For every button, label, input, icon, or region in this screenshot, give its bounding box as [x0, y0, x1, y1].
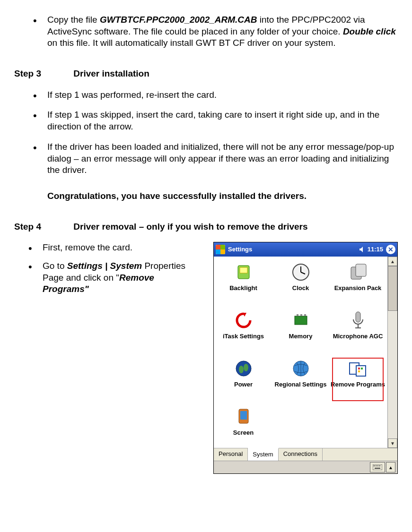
text: on this file. It will automatically inst… [47, 38, 336, 48]
step3-list: If step 1 was performed, re-insert the c… [14, 89, 398, 176]
microphone-icon [347, 309, 369, 331]
svg-rect-28 [373, 464, 382, 470]
settings-grid: Backlight Clock Expansion Pack [214, 257, 387, 448]
item-label: Memory [289, 333, 313, 340]
settings-item-microphone-agc[interactable]: Microphone AGC [330, 308, 386, 355]
scroll-thumb[interactable] [388, 266, 397, 311]
settings-item-remove-programs[interactable]: Remove Programs [330, 356, 386, 403]
svg-rect-34 [375, 468, 380, 469]
intro-list: Copy the file GWTBTCF.PPC2000_2002_ARM.C… [14, 14, 398, 49]
svg-marker-0 [359, 247, 363, 252]
svg-rect-12 [304, 314, 306, 316]
volume-indicator[interactable]: 11:15 [359, 246, 383, 254]
svg-rect-31 [376, 465, 377, 466]
power-icon [233, 358, 254, 379]
item-label: Microphone AGC [333, 333, 383, 340]
ppc-bottom-bar: ▲ [214, 461, 397, 473]
close-button[interactable]: ✕ [386, 245, 395, 254]
svg-rect-24 [361, 368, 363, 369]
svg-rect-25 [358, 370, 360, 372]
step4-bullet-1: First, remove the card. [28, 242, 199, 254]
svg-point-18 [239, 366, 244, 373]
svg-rect-11 [300, 314, 302, 316]
clock-icon [290, 261, 312, 283]
step4-bullet-2: Go to Settings | System Properties Page … [28, 260, 199, 295]
expansion-pack-icon [347, 261, 369, 283]
item-label: Expansion Pack [334, 285, 382, 292]
step3-bullet-2: If step 1 was skipped, insert the card, … [33, 109, 398, 132]
remove-programs-icon [347, 358, 369, 379]
ppc-title: Settings [228, 246, 359, 254]
svg-rect-7 [356, 264, 366, 276]
intro-bullet: Copy the file GWTBTCF.PPC2000_2002_ARM.C… [33, 14, 398, 49]
backlight-icon [233, 261, 254, 283]
step3-heading: Step 3 Driver installation [14, 68, 398, 80]
settings-item-power[interactable]: Power [216, 356, 271, 403]
speaker-icon [359, 246, 366, 253]
item-label: iTask Settings [223, 333, 264, 340]
settings-item-memory[interactable]: Memory [273, 308, 328, 355]
item-label: Screen [233, 429, 254, 437]
text: Copy the file [47, 15, 100, 25]
pocketpc-screenshot: Settings 11:15 ✕ Backlight [213, 242, 398, 474]
settings-item-screen[interactable]: Screen [216, 404, 271, 448]
svg-rect-10 [297, 314, 298, 316]
svg-rect-33 [379, 465, 380, 466]
memory-icon [290, 309, 312, 331]
windows-start-icon[interactable] [216, 245, 225, 254]
scroll-up-icon[interactable]: ▲ [388, 257, 397, 266]
settings-path: Settings | System [67, 261, 142, 271]
step-title: Driver removal – only if you wish to rem… [73, 222, 307, 232]
svg-rect-32 [377, 465, 378, 466]
item-label: Backlight [229, 285, 257, 292]
svg-rect-22 [356, 366, 366, 376]
settings-item-clock[interactable]: Clock [273, 259, 328, 307]
text: Go to [43, 261, 67, 271]
item-label: Regional Settings [275, 381, 327, 388]
globe-icon [290, 358, 312, 379]
svg-rect-2 [240, 267, 247, 273]
ppc-tabs: Personal System Connections [214, 448, 397, 461]
keyboard-icon[interactable] [370, 462, 385, 472]
settings-item-regional-settings[interactable]: Regional Settings [273, 356, 328, 403]
congrats-text: Congratulations, you have successfully i… [47, 190, 398, 202]
double-click: Double click [343, 26, 396, 36]
step-number: Step 4 [14, 221, 71, 233]
svg-rect-27 [240, 411, 247, 420]
tab-personal[interactable]: Personal [214, 448, 248, 461]
step3-bullet-3: If the driver has been loaded and initia… [33, 141, 398, 176]
step4-heading: Step 4 Driver removal – only if you wish… [14, 221, 398, 233]
svg-rect-23 [358, 368, 360, 369]
svg-rect-13 [356, 312, 360, 322]
clock-time: 11:15 [368, 246, 383, 254]
ppc-titlebar: Settings 11:15 ✕ [214, 242, 397, 257]
screen-icon [233, 406, 254, 428]
settings-item-backlight[interactable]: Backlight [216, 259, 271, 307]
tab-connections[interactable]: Connections [279, 448, 323, 461]
step-number: Step 3 [14, 68, 71, 80]
item-label: Power [234, 381, 253, 388]
settings-item-itask-settings[interactable]: iTask Settings [216, 308, 271, 355]
step4-list: First, remove the card. Go to Settings |… [14, 242, 199, 295]
step3-bullet-1: If step 1 was performed, re-insert the c… [33, 89, 398, 101]
svg-rect-9 [295, 316, 307, 325]
step-title: Driver installation [73, 69, 149, 78]
item-label: Remove Programs [331, 381, 385, 388]
scroll-track[interactable] [388, 311, 397, 438]
tab-system[interactable]: System [248, 448, 278, 461]
settings-item-expansion-pack[interactable]: Expansion Pack [330, 259, 386, 307]
svg-point-19 [244, 364, 248, 371]
filename: GWTBTCF.PPC2000_2002_ARM.CAB [100, 15, 257, 25]
scroll-down-icon[interactable]: ▼ [388, 438, 397, 448]
item-label: Clock [292, 285, 309, 292]
sip-up-icon[interactable]: ▲ [386, 462, 395, 472]
itask-icon [233, 309, 254, 331]
scrollbar[interactable]: ▲ ▼ [387, 257, 397, 448]
svg-rect-30 [374, 465, 375, 466]
